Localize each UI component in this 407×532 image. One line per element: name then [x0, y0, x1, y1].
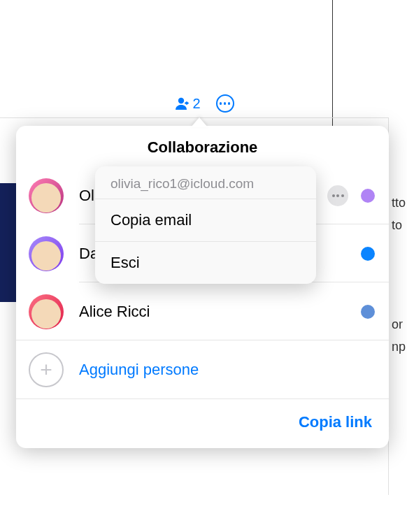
dot-icon — [220, 102, 222, 105]
dot-icon — [332, 194, 335, 197]
popover-title: Collaborazione — [16, 126, 389, 166]
plus-circle-icon: + — [29, 352, 64, 387]
popover-footer: Copia link — [16, 399, 389, 448]
participant-color-dot — [361, 247, 375, 261]
bg-text: to — [389, 218, 407, 233]
bg-text: or — [389, 317, 407, 332]
more-toolbar-button[interactable] — [216, 94, 234, 113]
participant-row[interactable]: Alice Ricci — [16, 282, 389, 340]
avatar — [29, 178, 64, 213]
context-menu-email: olivia_rico1@icloud.com — [95, 166, 316, 199]
dot-icon — [336, 194, 339, 197]
participant-color-dot — [361, 305, 375, 319]
toolbar: 2 — [0, 89, 407, 117]
dot-icon — [341, 194, 344, 197]
bg-text: tto — [389, 196, 407, 210]
participant-name: Alice Ricci — [79, 303, 348, 321]
exit-menu-item[interactable]: Esci — [95, 242, 316, 284]
popover-pointer — [191, 117, 208, 127]
context-menu: olivia_rico1@icloud.com Copia email Esci — [95, 166, 316, 284]
copy-link-button[interactable]: Copia link — [299, 413, 372, 431]
dot-icon — [228, 102, 231, 105]
top-spacer — [0, 0, 407, 89]
add-people-label: Aggiungi persone — [79, 361, 199, 379]
avatar — [29, 294, 64, 329]
add-people-button[interactable]: + Aggiungi persone — [16, 340, 389, 399]
participant-count: 2 — [192, 96, 200, 112]
bg-text: np — [389, 340, 407, 354]
svg-point-1 — [187, 103, 187, 103]
svg-point-0 — [178, 98, 184, 103]
participant-color-dot — [361, 189, 375, 203]
collaboration-toolbar-button[interactable]: 2 — [173, 95, 200, 112]
person-icon — [173, 95, 190, 112]
row-divider — [16, 398, 389, 399]
participant-more-button[interactable] — [327, 185, 348, 206]
avatar — [29, 236, 64, 271]
copy-email-menu-item[interactable]: Copia email — [95, 199, 316, 241]
dot-icon — [224, 102, 227, 105]
plus-icon: + — [40, 359, 52, 380]
background-content — [388, 117, 407, 495]
